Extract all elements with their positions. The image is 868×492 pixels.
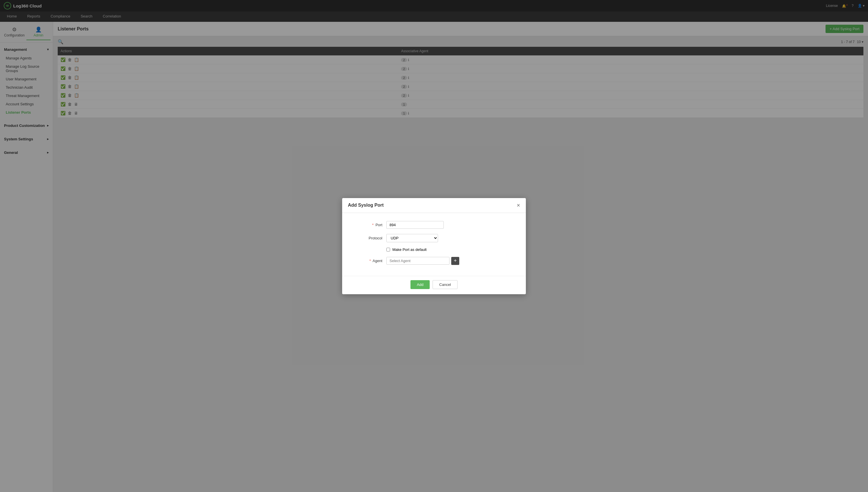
protocol-row: Protocol UDP TCP [354,234,514,242]
protocol-label: Protocol [354,236,382,240]
modal-title: Add Syslog Port [348,203,383,208]
modal-body: * Port Protocol UDP TCP [342,213,526,276]
agent-label: * Agent [354,259,382,263]
modal-header: Add Syslog Port × [342,198,526,213]
protocol-select[interactable]: UDP TCP [386,234,438,242]
modal-add-button[interactable]: Add [411,280,430,289]
port-input[interactable] [386,221,444,229]
modal-close-button[interactable]: × [517,202,520,209]
modal-cancel-button[interactable]: Cancel [432,280,457,289]
agent-input[interactable] [386,257,449,265]
default-port-label[interactable]: Make Port as default [392,247,426,252]
port-row: * Port [354,221,514,229]
protocol-select-wrap: UDP TCP [386,234,438,242]
agent-add-button[interactable]: + [451,257,459,265]
agent-required-marker: * [369,259,371,263]
agent-row: * Agent + [354,257,514,265]
agent-input-row: + [386,257,459,265]
modal-overlay: Add Syslog Port × * Port Protocol UDP [0,0,868,492]
port-label: * Port [354,223,382,227]
default-port-checkbox[interactable] [386,248,390,251]
default-port-row: Make Port as default [386,247,514,252]
port-required-marker: * [372,223,373,227]
modal-footer: Add Cancel [342,276,526,294]
add-syslog-port-modal: Add Syslog Port × * Port Protocol UDP [342,198,526,294]
